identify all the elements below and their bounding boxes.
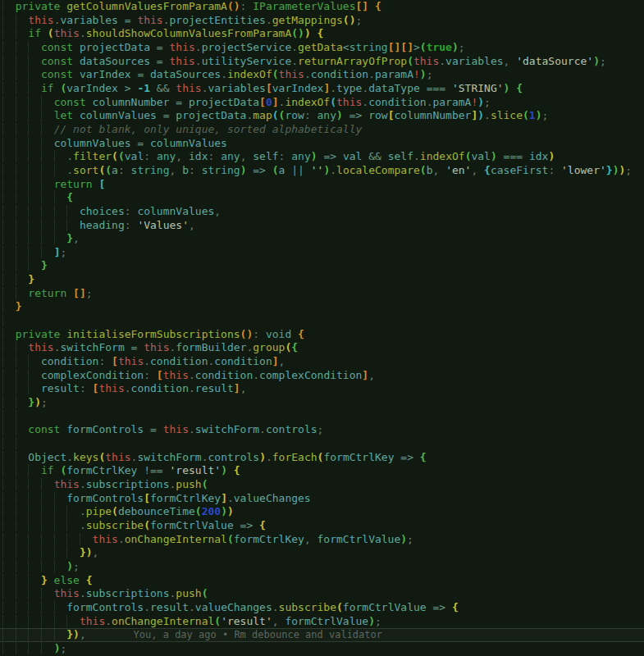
code-token: valueChanges xyxy=(195,601,272,613)
code-editor: private getColumnValuesFromParamA(): IPa… xyxy=(0,0,644,656)
code-token: ) xyxy=(491,150,497,162)
code-line[interactable]: this.subscriptions.push( xyxy=(0,478,644,492)
code-line[interactable]: .pipe(debounceTime(200)) xyxy=(0,505,644,519)
code-line[interactable]: if (formCtrlKey !== 'result') { xyxy=(0,464,644,478)
code-line[interactable]: { xyxy=(0,191,644,205)
indent-guides xyxy=(2,123,54,135)
code-token: initialiseFormSubscriptions xyxy=(66,328,240,340)
code-line[interactable]: Object.keys(this.switchForm.controls).fo… xyxy=(0,451,644,465)
code-token: IParameterValues xyxy=(253,0,355,12)
code-token: result xyxy=(41,382,80,394)
indent-guides xyxy=(2,396,28,408)
code-token: val xyxy=(471,150,490,162)
code-line[interactable]: } xyxy=(0,273,644,287)
code-line[interactable]: .filter((val: any, idx: any, self: any) … xyxy=(0,150,644,164)
code-token: [ xyxy=(98,178,105,190)
code-line[interactable]: private initialiseFormSubscriptions(): v… xyxy=(0,328,644,342)
code-line[interactable]: ]; xyxy=(0,246,644,260)
code-line[interactable]: private getColumnValuesFromParamA(): IPa… xyxy=(0,0,644,14)
code-token: dataSources xyxy=(150,68,221,80)
code-token: formCtrlKey xyxy=(66,464,137,476)
indent-guides xyxy=(2,191,66,203)
code-line[interactable]: formControls[formCtrlKey].valueChanges xyxy=(0,492,644,506)
code-token: : xyxy=(189,164,202,176)
code-token: string xyxy=(202,164,240,176)
code-line[interactable]: condition: [this.condition.condition], xyxy=(0,355,644,369)
code-token: const xyxy=(41,55,80,67)
code-line[interactable]: this.switchForm = this.formBuilder.group… xyxy=(0,341,644,355)
code-line[interactable]: columnValues = columnValues xyxy=(0,137,644,151)
code-line[interactable] xyxy=(0,314,644,328)
code-line[interactable]: .subscribe(formCtrlValue => { xyxy=(0,519,644,533)
code-token: ; xyxy=(600,55,606,67)
code-area[interactable]: private getColumnValuesFromParamA(): IPa… xyxy=(0,0,644,656)
code-line[interactable]: this.onChangeInternal(formCtrlKey, formC… xyxy=(0,533,644,547)
code-line[interactable]: }, xyxy=(0,232,644,246)
code-line[interactable]: let columnValues = projectData.map((row:… xyxy=(0,109,644,123)
code-token: . xyxy=(195,41,202,53)
code-token: any xyxy=(317,109,336,121)
code-line[interactable]: heading: 'Values', xyxy=(0,219,644,233)
code-line[interactable] xyxy=(0,410,644,424)
code-line[interactable]: if (this.shouldShowColumnValuesFromParam… xyxy=(0,27,644,41)
code-token: ] xyxy=(234,382,240,394)
code-token: && xyxy=(362,150,387,162)
code-line[interactable]: } else { xyxy=(0,574,644,588)
code-token: condition xyxy=(195,369,253,381)
indent-guides xyxy=(2,259,41,271)
code-token: result xyxy=(150,601,189,613)
code-line[interactable]: choices: columnValues, xyxy=(0,205,644,219)
code-line[interactable]: this.subscriptions.push( xyxy=(0,587,644,601)
code-token: } xyxy=(66,628,73,640)
code-token: ) { xyxy=(504,82,523,94)
code-token: . xyxy=(189,382,195,394)
code-token: ; xyxy=(86,287,93,299)
code-token: ; xyxy=(407,533,413,545)
code-token: ) xyxy=(477,109,484,121)
code-token: columnNumber xyxy=(93,96,170,108)
code-token: , xyxy=(504,55,517,67)
code-token: varIndex xyxy=(80,68,131,80)
code-token: sort xyxy=(73,164,98,176)
code-token: = xyxy=(144,423,162,435)
indent-guides xyxy=(2,150,66,162)
code-token: '' xyxy=(311,164,324,176)
code-token: . xyxy=(80,478,86,490)
code-token: switchForm xyxy=(60,341,124,353)
code-line[interactable]: const dataSources = this.utilityService.… xyxy=(0,55,644,69)
code-line[interactable]: formControls.result.valueChanges.subscri… xyxy=(0,601,644,615)
code-line[interactable]: const formControls = this.switchForm.con… xyxy=(0,423,644,437)
code-token: void xyxy=(266,328,291,340)
code-line[interactable]: } xyxy=(0,300,644,314)
code-line[interactable]: .sort((a: string, b: string) => (a || ''… xyxy=(0,164,644,178)
code-line[interactable]: const columnNumber = projectData[0].inde… xyxy=(0,96,644,110)
code-line[interactable]: this.variables = this.projectEntities.ge… xyxy=(0,14,644,28)
code-token: ; xyxy=(317,423,324,435)
code-line[interactable]: }); xyxy=(0,396,644,410)
code-line[interactable]: ); xyxy=(0,642,644,656)
code-token: ) xyxy=(227,505,234,517)
code-token: } xyxy=(16,300,22,312)
code-line-current[interactable]: }),You, a day ago • Rm debounce and vali… xyxy=(0,628,644,642)
code-line[interactable]: const varIndex = dataSources.indexOf(thi… xyxy=(0,68,644,82)
code-line[interactable]: const projectData = this.projectService.… xyxy=(0,41,644,55)
code-line[interactable]: complexCondition: [this.condition.comple… xyxy=(0,369,644,383)
indent-guides xyxy=(2,451,28,463)
code-token: ) xyxy=(34,396,41,408)
code-line[interactable]: } xyxy=(0,259,644,273)
code-line[interactable]: }), xyxy=(0,546,644,560)
code-line[interactable]: return [ xyxy=(0,178,644,192)
indent-guides xyxy=(2,55,41,67)
code-line[interactable] xyxy=(0,437,644,451)
code-line[interactable]: // not blank, only unique, sorted alphab… xyxy=(0,123,644,137)
code-token: ) xyxy=(477,96,484,108)
code-token: varIndex xyxy=(272,82,324,94)
code-token: projectData xyxy=(189,96,259,108)
code-line[interactable]: this.onChangeInternal('result', formCtrl… xyxy=(0,615,644,629)
code-line[interactable]: if (varIndex > -1 && this.variables[varI… xyxy=(0,82,644,96)
code-line[interactable]: return []; xyxy=(0,287,644,301)
code-line[interactable]: ); xyxy=(0,560,644,574)
code-line[interactable]: result: [this.condition.result], xyxy=(0,382,644,396)
code-token: ; xyxy=(73,560,80,572)
code-token: const xyxy=(41,41,80,53)
